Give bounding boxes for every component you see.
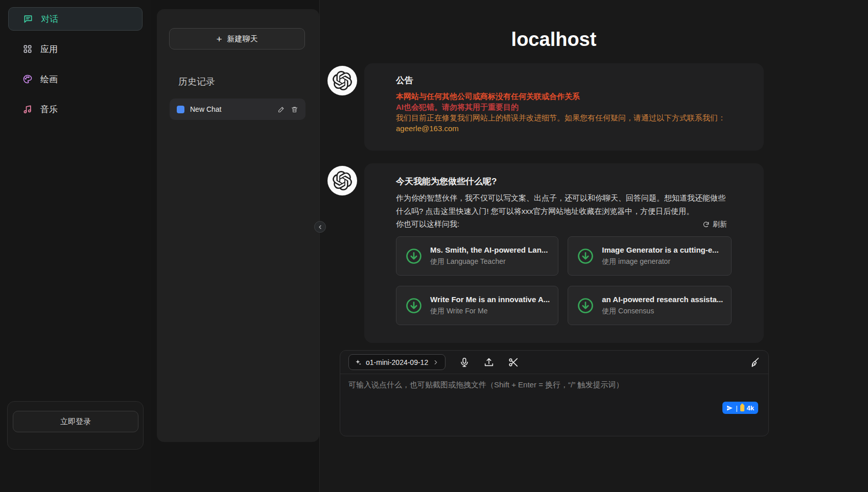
send-plane-icon [726, 405, 733, 411]
chat-item-icon [177, 106, 184, 113]
history-title: 历史记录 [178, 76, 215, 88]
delete-icon[interactable] [291, 106, 298, 113]
suggestion-subtitle: 使用 Write For Me [430, 307, 550, 316]
ask-hint: 你也可以这样问我: [396, 219, 459, 229]
announcement-line: AI也会犯错。请勿将其用于重要目的 [396, 102, 727, 112]
sidebar-item-label: 绘画 [40, 73, 58, 85]
model-selector[interactable]: o1-mini-2024-09-12 [348, 354, 445, 370]
upload-button[interactable] [483, 357, 495, 368]
composer-input-area [340, 374, 768, 424]
login-button-label: 立即登录 [60, 417, 91, 427]
collapse-sidebar-button[interactable] [314, 221, 326, 233]
announcement-title: 公告 [396, 75, 727, 86]
panel-divider [319, 0, 320, 492]
suggestion-card[interactable]: Ms. Smith, the AI-powered Lan... 使用 Lang… [396, 236, 558, 276]
composer: o1-mini-2024-09-12 | [340, 350, 769, 436]
token-battery-icon [740, 405, 744, 411]
suggestion-grid: Ms. Smith, the AI-powered Lan... 使用 Lang… [396, 236, 727, 325]
palette-icon [22, 74, 33, 84]
welcome-body: 作为你的智慧伙伴，我不仅可以写文案、出点子，还可以和你聊天、回答问题。想知道我还… [396, 191, 727, 218]
sidebar-item-label: 对话 [41, 13, 58, 25]
app-window: 对话 应用 绘画 音乐 立即登录 + 新建聊天 历史记录 [0, 0, 868, 492]
microphone-button[interactable] [459, 357, 470, 368]
chat-list-item[interactable]: New Chat [170, 99, 306, 120]
token-count: 4k [747, 404, 754, 412]
scissors-button[interactable] [508, 357, 519, 368]
refresh-icon [702, 221, 710, 228]
arrow-down-circle-icon [576, 247, 595, 265]
composer-toolbar: o1-mini-2024-09-12 [340, 351, 768, 374]
openai-logo-icon [333, 171, 352, 190]
chevron-right-icon [432, 359, 439, 366]
suggestion-card[interactable]: an AI-powered research assista... 使用 Con… [568, 286, 732, 325]
login-button[interactable]: 立即登录 [13, 411, 138, 432]
arrow-down-circle-icon [576, 297, 595, 315]
arrow-down-circle-icon [405, 297, 423, 315]
suggestion-title: Image Generator is a cutting-e... [602, 245, 718, 254]
edit-icon[interactable] [277, 106, 285, 113]
chat-list-panel [157, 9, 319, 442]
app-sidebar: 对话 应用 绘画 音乐 立即登录 [0, 0, 151, 492]
clear-context-button[interactable] [749, 357, 760, 368]
new-chat-button[interactable]: + 新建聊天 [169, 28, 305, 50]
sidebar-item-label: 应用 [40, 43, 58, 55]
sidebar-item-apps[interactable]: 应用 [8, 37, 143, 61]
apps-grid-icon [22, 44, 33, 54]
refresh-label: 刷新 [713, 220, 727, 229]
message-input[interactable] [348, 380, 760, 416]
announcement-line: 我们目前正在修复我们网站上的错误并改进细节。如果您有任何疑问，请通过以下方式联系… [396, 112, 727, 123]
openai-logo-icon [333, 71, 352, 90]
announcement-message: 公告 本网站与任何其他公司或商标没有任何关联或合作关系 AI也会犯错。请勿将其用… [364, 63, 764, 151]
suggestion-subtitle: 使用 Consensus [602, 307, 723, 316]
assistant-avatar [327, 166, 357, 195]
suggestion-card[interactable]: Image Generator is a cutting-e... 使用 ima… [568, 236, 732, 276]
new-chat-label: 新建聊天 [227, 34, 258, 44]
welcome-message: 今天我能为您做些什么呢? 作为你的智慧伙伴，我不仅可以写文案、出点子，还可以和你… [364, 163, 764, 343]
page-title: localhost [319, 29, 788, 51]
suggestion-title: Write For Me is an innovative A... [430, 295, 550, 304]
sparkle-icon [355, 359, 362, 366]
sidebar-item-label: 音乐 [40, 104, 58, 115]
model-label: o1-mini-2024-09-12 [366, 358, 428, 366]
chat-item-title: New Chat [190, 105, 272, 113]
welcome-title: 今天我能为您做些什么呢? [396, 176, 727, 187]
suggestion-title: an AI-powered research assista... [602, 295, 723, 304]
arrow-down-circle-icon [405, 247, 423, 265]
assistant-avatar [327, 66, 357, 95]
contact-email-link[interactable]: ageerle@163.com [396, 123, 727, 134]
music-note-icon [22, 104, 33, 114]
badge-divider: | [736, 404, 737, 412]
sidebar-item-music[interactable]: 音乐 [8, 97, 143, 121]
suggestion-subtitle: 使用 Language Teacher [430, 257, 548, 266]
suggestion-card[interactable]: Write For Me is an innovative A... 使用 Wr… [396, 286, 558, 325]
announcement-line: 本网站与任何其他公司或商标没有任何关联或合作关系 [396, 91, 727, 102]
sidebar-item-drawing[interactable]: 绘画 [8, 67, 143, 91]
plus-icon: + [216, 34, 222, 44]
sidebar-item-chat[interactable]: 对话 [8, 7, 143, 31]
refresh-suggestions-button[interactable]: 刷新 [702, 220, 727, 229]
send-token-badge[interactable]: | 4k [722, 402, 758, 414]
suggestion-subtitle: 使用 image generator [602, 257, 718, 266]
suggestion-title: Ms. Smith, the AI-powered Lan... [430, 245, 548, 254]
chat-bubble-icon [23, 14, 33, 24]
